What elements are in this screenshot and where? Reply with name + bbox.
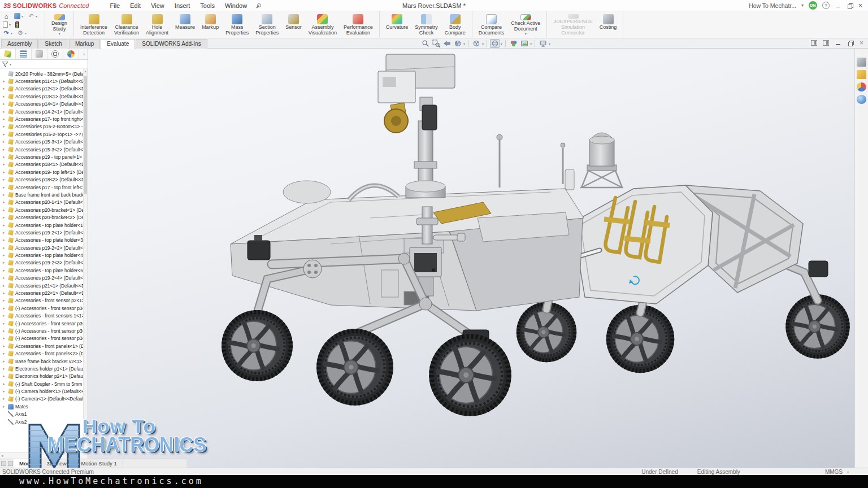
account-caret-icon[interactable]: ▾ <box>801 3 804 8</box>
costing-button[interactable]: Costing <box>596 13 620 37</box>
measure-button[interactable]: Measure <box>172 13 198 37</box>
tree-item[interactable]: ▸Accessories - front sensors 1<1> (De <box>0 312 88 320</box>
account-label[interactable]: How To Mechatr... <box>749 2 796 9</box>
expand-arrow-icon[interactable]: ▸ <box>3 284 8 288</box>
assembly-visualization-button[interactable]: AssemblyVisualization <box>305 13 340 37</box>
expand-arrow-icon[interactable]: ▸ <box>3 268 8 273</box>
tree-item[interactable]: ▸Accessories p17 - top front left<1> ([ <box>0 184 88 191</box>
expand-arrow-icon[interactable]: ▸ <box>3 200 8 204</box>
expand-arrow-icon[interactable]: ▸ <box>3 253 8 258</box>
view-tab-motion-study-1[interactable]: Motion Study 1 <box>75 459 123 468</box>
tree-item[interactable]: ▸Accessories - front panels<1> (Defau <box>0 342 88 350</box>
save-button[interactable]: ▾ <box>14 13 23 19</box>
expand-arrow-icon[interactable]: ▸ <box>3 193 8 197</box>
previous-view-button[interactable] <box>442 39 452 48</box>
zoom-area-button[interactable] <box>431 39 441 48</box>
dropdown-caret-icon[interactable]: ▾ <box>530 42 532 46</box>
tree-tab-displaymanager[interactable] <box>63 49 79 59</box>
tree-item[interactable]: ▸Accessories p18<2> (Default<<Defau <box>0 176 88 183</box>
tree-item[interactable]: ▸Accessories p20-bracket<1> (Default <box>0 206 88 213</box>
close-button[interactable]: × <box>858 2 862 9</box>
avatar[interactable]: DN <box>809 1 817 10</box>
tree-item[interactable]: ▸Accessories - top plate holder<5> (D <box>0 267 88 274</box>
tree-item[interactable]: ▸(-) Accessories - front sensor p3<1> <box>0 304 88 312</box>
compare-documents-button[interactable]: CompareDocuments <box>475 13 508 37</box>
pin-menu-icon[interactable] <box>255 3 261 8</box>
3dexperience-icon[interactable] <box>857 58 866 67</box>
expand-arrow-icon[interactable]: ▸ <box>3 102 8 106</box>
tree-item[interactable]: ▸Accessories p14-2<1> (Default<<Def <box>0 108 88 115</box>
tree-item[interactable]: ▸(-) Camera<1> (Default<<Default>_ <box>0 395 88 403</box>
help-icon[interactable]: ? <box>822 2 830 9</box>
expand-arrow-icon[interactable]: ▸ <box>3 155 8 159</box>
expand-arrow-icon[interactable]: ▸ <box>3 321 8 326</box>
undo-button[interactable]: ▾ <box>28 13 37 20</box>
zoom-fit-button[interactable] <box>420 39 430 48</box>
design-library-icon[interactable] <box>857 70 866 79</box>
units-caret-icon[interactable]: ▾ <box>847 470 849 474</box>
expand-arrow-icon[interactable]: ▸ <box>3 162 8 167</box>
tree-item[interactable]: ▸(-) Accessories - front sensor p3<4> <box>0 335 88 342</box>
tree-tab-featuremanager[interactable] <box>0 49 16 59</box>
expand-arrow-icon[interactable]: ▸ <box>3 215 8 220</box>
expand-arrow-icon[interactable]: ▸ <box>3 344 8 348</box>
tree-item[interactable]: Axis2 <box>0 418 88 425</box>
tree-item[interactable]: ▸Accessories p12<1> (Default<<Defau <box>0 85 88 93</box>
dropdown-caret-icon[interactable]: ▾ <box>501 42 502 46</box>
appearances-scenes-icon[interactable] <box>857 82 866 91</box>
splitter-icon[interactable] <box>1 461 6 466</box>
expand-arrow-icon[interactable]: ▸ <box>3 86 8 91</box>
splitter-icon-2[interactable] <box>8 461 13 466</box>
tree-vertical-scrollbar[interactable]: ▴▾ <box>83 69 88 452</box>
tree-tab-propertymanager[interactable] <box>16 49 32 59</box>
section-view-button[interactable] <box>453 39 462 48</box>
expand-arrow-icon[interactable]: ▸ <box>3 185 8 190</box>
expand-arrow-icon[interactable]: ▸ <box>3 132 8 137</box>
tree-item[interactable]: ▸Accessories p11<1> (Default<<Defau <box>0 77 88 85</box>
expand-arrow-icon[interactable]: ▸ <box>3 389 8 394</box>
apply-scene-button[interactable] <box>519 39 529 48</box>
expand-arrow-icon[interactable]: ▸ <box>3 238 8 242</box>
view-orientation-button[interactable] <box>471 39 481 48</box>
tree-item[interactable]: ▸Accessories p19- top left<1> (Default <box>0 168 88 176</box>
dropdown-caret-icon[interactable]: ▾ <box>482 42 484 46</box>
scrollbar-thumb[interactable] <box>84 76 87 194</box>
tree-item[interactable]: ▸Accessories p19-2<3> (Default<<Def <box>0 259 88 267</box>
performance-evaluation-button[interactable]: PerformanceEvaluation <box>340 13 376 37</box>
tree-filter[interactable]: ▾ <box>0 60 88 69</box>
expand-arrow-icon[interactable]: ▸ <box>3 79 8 84</box>
tree-item[interactable]: ▸Accessories p14<1> (Default<<Defau <box>0 101 88 108</box>
expand-arrow-icon[interactable]: ▸ <box>3 404 8 409</box>
tab-assembly[interactable]: Assembly <box>1 39 38 49</box>
tree-item[interactable]: ▸Accessories p20-bracket<2> (Default <box>0 213 88 221</box>
expand-arrow-icon[interactable]: ▸ <box>3 140 8 144</box>
graphics-viewport[interactable]: .tube{stroke:#c6c8ca;stroke-width:11;fil… <box>0 49 854 468</box>
menu-edit[interactable]: Edit <box>125 1 146 10</box>
interference-detection-button[interactable]: InterferenceDetection <box>77 13 111 37</box>
expand-arrow-icon[interactable]: ▸ <box>3 94 8 99</box>
section-properties-button[interactable]: SectionProperties <box>252 13 282 37</box>
tree-item[interactable]: ▸Accessories p20-1<1> (Default<<Def <box>0 199 88 206</box>
tree-item[interactable]: 20x20 Profile - 382mm<5> (Default< <box>0 70 88 77</box>
tree-item[interactable]: ▸Accessories p22<1> (Default<<Defau <box>0 289 88 297</box>
rover-3d-model[interactable]: .tube{stroke:#c6c8ca;stroke-width:11;fil… <box>88 49 854 468</box>
expand-arrow-icon[interactable]: ▸ <box>3 313 8 318</box>
pane-left-icon[interactable] <box>811 40 817 46</box>
expand-arrow-icon[interactable]: ▸ <box>3 306 8 311</box>
tree-item[interactable]: ▸(-) Accessories - front sensor p3<2> <box>0 320 88 327</box>
tree-panel-expand-icon[interactable]: › <box>80 49 88 59</box>
menu-file[interactable]: File <box>105 1 125 10</box>
body-compare-button[interactable]: BodyCompare <box>441 13 469 37</box>
tree-item[interactable]: ▸Accessories p17- top front right<1> ( <box>0 115 88 123</box>
tree-item[interactable]: ▸Accessories p19-2<1> (Default<<Def <box>0 229 88 236</box>
expand-arrow-icon[interactable]: ▸ <box>3 329 8 333</box>
dropdown-caret-icon[interactable]: ▾ <box>463 42 465 46</box>
tree-item[interactable]: ▸Electronics holder p2<1> (Default<< <box>0 373 88 380</box>
rebuild-button[interactable] <box>15 21 19 28</box>
expand-arrow-icon[interactable]: ▸ <box>3 336 8 341</box>
check-active-document-button[interactable]: Check ActiveDocument▾ <box>507 13 544 37</box>
tree-item[interactable]: ▸Accessories - front sensor p2<1> (De <box>0 297 88 304</box>
tree-item[interactable]: ▸(-) Shaft Coupler - 5mm to 5mm (v2 <box>0 380 88 387</box>
tree-item[interactable]: ▸Accessories p18<1> (Default<<Defau <box>0 161 88 168</box>
tab-markup[interactable]: Markup <box>69 39 100 49</box>
